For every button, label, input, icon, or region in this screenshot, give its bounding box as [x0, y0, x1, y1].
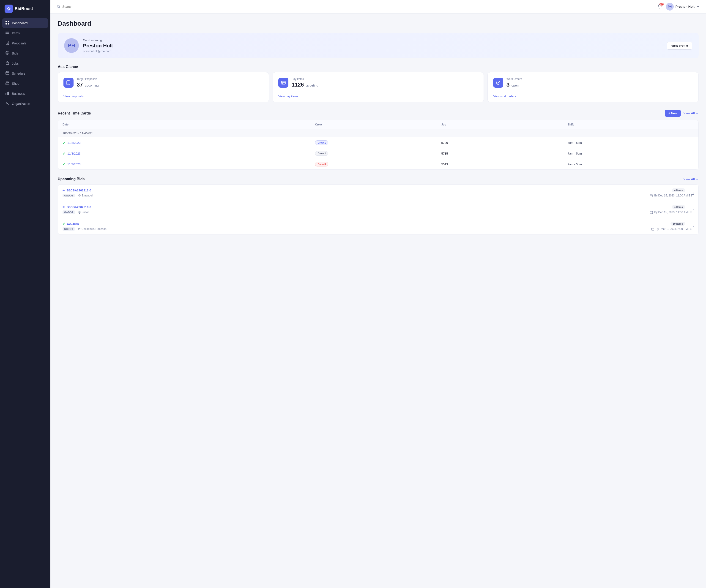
glance-proposals-info: Target Proposals 37 upcoming	[77, 77, 99, 88]
date-value-3: 11/3/2023	[67, 163, 81, 166]
arrow-right-icon: →	[696, 112, 699, 115]
sidebar-item-items[interactable]: Items	[2, 29, 48, 38]
notification-badge: 37	[660, 3, 664, 5]
bid-bottom-1: GADOT Emanuel By Dec 15, 2023, 11:00 AM …	[63, 194, 694, 197]
crew-cell-1: Crew 1	[315, 140, 441, 145]
shop-icon	[5, 81, 10, 86]
table-row: ✔ 11/3/2023 Crew 1 5729 7am - 5pm	[58, 137, 699, 148]
search-bar[interactable]	[57, 5, 99, 8]
bid-id-2: ✏ B3CBA2302810-0	[63, 205, 91, 209]
svg-point-41	[79, 212, 80, 212]
svg-point-26	[57, 5, 60, 7]
svg-rect-14	[6, 62, 9, 65]
bid-location-3: Columbus, Robeson	[78, 227, 107, 230]
sidebar: BidBoost Dashboard Items Proposals $ Bid…	[0, 0, 50, 588]
time-cards-header: Recent Time Cards + New View All →	[58, 110, 699, 117]
view-proposals-link[interactable]: View proposals	[64, 94, 263, 98]
notification-button[interactable]: 37	[657, 4, 662, 10]
shift-cell-3: 7am - 5pm	[567, 163, 694, 166]
date-cell-1: ✔ 11/3/2023	[63, 140, 315, 145]
glance-work-orders-value-row: 3 open	[507, 82, 522, 88]
date-group: 10/29/2023 - 11/4/2023	[58, 129, 699, 137]
profile-avatar: PH	[64, 38, 79, 53]
items-icon	[5, 31, 10, 36]
view-profile-button[interactable]: View profile	[667, 42, 692, 50]
logo[interactable]: BidBoost	[0, 0, 50, 18]
profile-left: PH Good morning, Preston Holt prestonhol…	[64, 38, 113, 53]
bid-bottom-2: GADOT Fulton By Dec 15, 2023, 11:00 AM E…	[63, 210, 694, 214]
time-cards-actions: + New View All →	[665, 110, 699, 117]
sidebar-item-shop[interactable]: Shop	[2, 79, 48, 88]
glance-proposals-value: 37	[77, 82, 83, 88]
time-cards-view-all[interactable]: View All →	[683, 112, 699, 115]
date-value-2: 11/3/2023	[67, 152, 81, 155]
bid-meta-2: GADOT Fulton	[63, 210, 89, 214]
svg-rect-2	[8, 21, 9, 22]
svg-rect-23	[7, 92, 8, 95]
date-cell-2: ✔ 11/3/2023	[63, 151, 315, 156]
logo-text: BidBoost	[15, 6, 33, 11]
new-time-card-button[interactable]: + New	[665, 110, 681, 117]
glance-proposals-sub: upcoming	[85, 84, 99, 87]
bid-bottom-3: NCDOT Columbus, Robeson By Dec 19, 2023,…	[63, 227, 694, 231]
svg-rect-1	[5, 21, 7, 22]
check-icon-2: ✔	[63, 151, 66, 156]
sidebar-item-bids[interactable]: $ Bids	[2, 48, 48, 58]
glance-pay-items-label: Pay Items	[291, 77, 318, 81]
bids-list: ✏ B1CBA2302812-0 4 Items GADOT Emanuel	[58, 184, 699, 235]
svg-text:$: $	[6, 52, 7, 54]
sidebar-item-jobs[interactable]: Jobs	[2, 58, 48, 68]
shift-cell-2: 7am - 5pm	[567, 152, 694, 155]
date-value-1: 11/3/2023	[67, 141, 81, 144]
check-icon-3: ✔	[63, 162, 66, 166]
view-pay-items-link[interactable]: View pay items	[278, 94, 478, 98]
col-shift: Shift	[567, 123, 694, 126]
sidebar-label-dashboard: Dashboard	[12, 21, 28, 25]
view-work-orders-link[interactable]: View work orders	[493, 94, 693, 98]
profile-greeting: Good morning,	[83, 38, 113, 42]
jobs-icon	[5, 61, 10, 66]
crew-badge-3: Crew 3	[315, 162, 328, 166]
glance-work-orders-info: Work Orders 3 open	[507, 77, 522, 88]
bids-icon: $	[5, 51, 10, 56]
shift-cell-1: 7am - 5pm	[567, 141, 694, 144]
glance-pay-items-value-row: 1126 targeting	[291, 82, 318, 88]
upcoming-bids-view-all[interactable]: View All →	[683, 177, 699, 181]
crew-badge-1: Crew 1	[315, 140, 328, 145]
svg-rect-37	[650, 195, 653, 197]
bid-item-2[interactable]: ✏ B3CBA2302810-0 4 Items GADOT Fulton	[58, 201, 699, 218]
sidebar-item-dashboard[interactable]: Dashboard	[2, 18, 48, 28]
bid-item-3[interactable]: ✔ C204845 10 Items NCDOT Columbus, Robes…	[58, 218, 699, 235]
bid-top-2: ✏ B3CBA2302810-0 4 Items	[63, 205, 694, 209]
svg-rect-28	[67, 81, 70, 85]
arrow-right-icon-bids: →	[696, 177, 699, 181]
user-menu[interactable]: PH Preston Holt	[666, 3, 700, 10]
bid-due-3: By Dec 19, 2023, 2:00 PM EST	[651, 227, 694, 230]
bid-item-1[interactable]: ✏ B1CBA2302812-0 4 Items GADOT Emanuel	[58, 184, 699, 201]
location-icon-2	[78, 211, 81, 214]
organization-icon	[5, 101, 10, 106]
col-date: Date	[63, 123, 315, 126]
profile-email: prestonholt@me.com	[83, 49, 113, 53]
search-input[interactable]	[62, 5, 99, 8]
bid-id-3: ✔ C204845	[63, 222, 79, 225]
glance-card-top-work-orders: Work Orders 3 open	[493, 77, 693, 88]
bid-top-3: ✔ C204845 10 Items	[63, 222, 694, 226]
glance-work-orders-sub: open	[512, 84, 519, 87]
sidebar-item-business[interactable]: Business	[2, 89, 48, 98]
location-icon-3	[78, 227, 81, 230]
sidebar-item-proposals[interactable]: Proposals	[2, 38, 48, 48]
time-cards-title: Recent Time Cards	[58, 111, 91, 115]
logo-icon	[5, 5, 13, 13]
table-row: ✔ 11/3/2023 Crew 2 5735 7am - 5pm	[58, 148, 699, 159]
proposals-glance-icon	[64, 78, 74, 88]
sidebar-nav: Dashboard Items Proposals $ Bids Jobs	[0, 18, 50, 109]
sidebar-label-business: Business	[12, 92, 25, 95]
user-name: Preston Holt	[675, 5, 695, 8]
date-cell-3: ✔ 11/3/2023	[63, 162, 315, 166]
sidebar-item-organization[interactable]: Organization	[2, 99, 48, 109]
bid-meta-3: NCDOT Columbus, Robeson	[63, 227, 107, 231]
avatar: PH	[666, 3, 674, 10]
bid-top-1: ✏ B1CBA2302812-0 4 Items	[63, 188, 694, 192]
sidebar-item-schedule[interactable]: Schedule	[2, 69, 48, 78]
